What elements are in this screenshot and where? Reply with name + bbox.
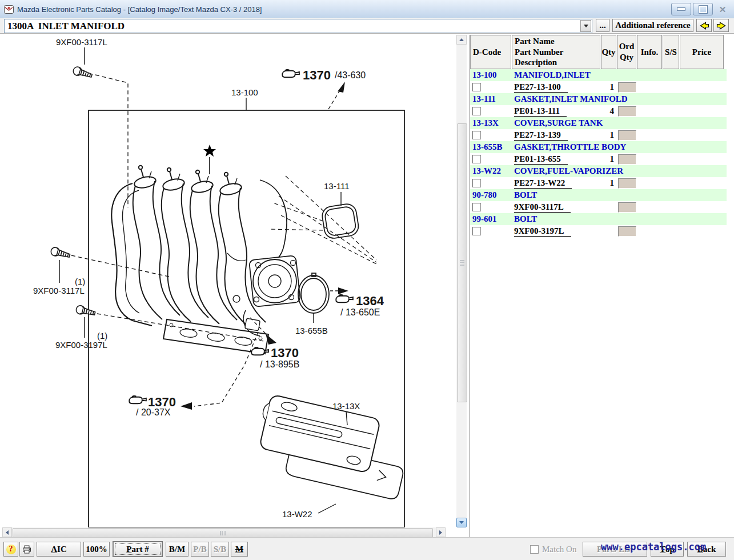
next-page-button[interactable]: [713, 19, 729, 32]
combobox-dropdown-button[interactable]: [580, 20, 591, 32]
part-row-label[interactable]: 90-780 BOLT: [470, 189, 727, 201]
close-button[interactable]: ✕: [715, 3, 731, 15]
ord-qty-input[interactable]: [618, 106, 636, 117]
part-row-detail: 9XF00-3117L: [470, 201, 727, 213]
ord-qty-input[interactable]: [618, 226, 636, 237]
bm-button[interactable]: B/M: [166, 542, 188, 557]
part-select-checkbox[interactable]: [472, 227, 481, 235]
ord-qty-input[interactable]: [618, 178, 636, 189]
window-title: Mazda Electronic Parts Catalog - [Catalo…: [17, 5, 262, 14]
scroll-left-button[interactable]: [2, 527, 12, 537]
horizontal-scroll-thumb[interactable]: [13, 528, 433, 538]
gasket-13-111-drawing: [321, 203, 360, 240]
part-select-checkbox[interactable]: [472, 83, 481, 91]
thumb-grip: [460, 261, 464, 266]
match-on-checkbox[interactable]: [530, 545, 539, 554]
part-row-detail: PE01-13-655 1: [470, 153, 727, 165]
part-name: GASKET,INLET MANIFOLD: [512, 94, 734, 104]
vertical-scroll-thumb[interactable]: [457, 123, 467, 402]
parts-table-header: D-Code Part Name Part Number Description…: [470, 35, 727, 69]
part-name: MANIFOLD,INLET: [512, 70, 734, 80]
part-number-link[interactable]: PE27-13-W22: [514, 178, 572, 189]
zoom-level-button[interactable]: 100%: [83, 542, 110, 557]
header-part-name: Part Name Part Number Description: [512, 35, 600, 69]
diagram-ref-1370c-code: / 20-37X: [136, 407, 171, 417]
minimize-button[interactable]: [671, 3, 691, 15]
help-icon: ?: [6, 545, 16, 554]
part-name: BOLT: [512, 214, 734, 224]
title-bar: Mazda Electronic Parts Catalog - [Catalo…: [0, 0, 734, 19]
diagram-vertical-scrollbar[interactable]: [456, 35, 467, 527]
part-number-link[interactable]: 9XF00-3197L: [514, 226, 571, 237]
part-row-label[interactable]: 13-655B GASKET,THROTTLE BODY: [470, 141, 727, 153]
part-select-checkbox[interactable]: [472, 203, 481, 211]
d-code: 13-655B: [470, 142, 512, 152]
star-marker: [203, 145, 216, 157]
part-name: COVER,FUEL-VAPORIZER: [512, 166, 734, 176]
previous-page-button[interactable]: [696, 19, 712, 32]
part-row-detail: PE27-13-W22 1: [470, 177, 727, 189]
header-price: Price: [680, 35, 724, 69]
sb-button: S/B: [211, 542, 229, 557]
restore-button[interactable]: [693, 3, 713, 15]
parts-diagram: 9XF00-3117L 13-100 1370 /43-630: [2, 35, 456, 527]
more-button[interactable]: ...: [596, 19, 609, 32]
ord-qty-input[interactable]: [618, 130, 636, 141]
chevron-down-icon: [584, 25, 588, 27]
part-row-label[interactable]: 13-100 MANIFOLD,INLET: [470, 69, 727, 81]
part-row-label[interactable]: 99-601 BOLT: [470, 213, 727, 225]
ord-qty-input[interactable]: [618, 202, 636, 213]
part-row-detail: PE01-13-111 4: [470, 105, 727, 117]
d-code: 90-780: [470, 190, 512, 200]
part-number-mode-button[interactable]: Part #: [113, 542, 162, 557]
m-button[interactable]: M: [231, 542, 248, 557]
ord-qty-input[interactable]: [618, 154, 636, 165]
triangle-down-icon: [459, 521, 464, 524]
part-row-label[interactable]: 13-W22 COVER,FUEL-VAPORIZER: [470, 165, 727, 177]
part-number-link[interactable]: 9XF00-3117L: [514, 202, 571, 213]
part-select-checkbox[interactable]: [472, 107, 481, 115]
section-combobox[interactable]: 1300A INLET MANIFOLD: [4, 19, 592, 33]
scroll-up-button[interactable]: [456, 35, 467, 45]
additional-reference-button[interactable]: Additional reference: [612, 19, 693, 32]
diagram-ref-1370a-code: /43-630: [335, 70, 366, 80]
diagram-label-9xf00-3117l-top: 9XF00-3117L: [56, 37, 107, 47]
part-row-label[interactable]: 13-13X COVER,SURGE TANK: [470, 117, 727, 129]
scroll-right-button[interactable]: [436, 527, 446, 537]
diagram-ref-1370a-num: 1370: [303, 68, 331, 82]
d-code: 13-100: [470, 70, 512, 80]
inlet-manifold-drawing: [111, 166, 300, 354]
part-select-checkbox[interactable]: [472, 131, 481, 139]
part-number-link[interactable]: PE01-13-655: [514, 154, 568, 165]
minimize-icon: [677, 7, 685, 11]
diagram-label-13-111: 13-111: [324, 181, 349, 191]
diagram-label-bolt1-qty: (1): [75, 277, 85, 286]
arrow-right-icon: [716, 21, 727, 30]
watermark: www.epcatalogs.com: [601, 541, 706, 553]
help-button[interactable]: ?: [3, 542, 18, 557]
part-number-link[interactable]: PE27-13-139: [514, 130, 568, 141]
ord-qty-input[interactable]: [618, 82, 636, 93]
header-info: Info.: [637, 35, 662, 69]
part-select-checkbox[interactable]: [472, 155, 481, 163]
parts-table-panel: D-Code Part Name Part Number Description…: [470, 35, 727, 538]
triangle-right-icon: [439, 530, 442, 535]
diagram-ref-1370b-num: 1370: [271, 346, 299, 360]
diagram-ref-1364-num: 1364: [356, 294, 384, 308]
part-number-link[interactable]: PE27-13-100: [514, 82, 568, 93]
diagram-panel[interactable]: 9XF00-3117L 13-100 1370 /43-630: [2, 35, 456, 527]
part-name: GASKET,THROTTLE BODY: [512, 142, 734, 152]
thumb-grip: [220, 531, 226, 535]
part-select-checkbox[interactable]: [472, 179, 481, 187]
header-ss: S/S: [663, 35, 679, 69]
oring-13-655b-drawing: [298, 273, 329, 313]
part-row-label[interactable]: 13-111 GASKET,INLET MANIFOLD: [470, 93, 727, 105]
section-combobox-value: 1300A INLET MANIFOLD: [5, 21, 125, 32]
diagram-ref-1364-code: / 13-650E: [340, 307, 380, 317]
aic-button[interactable]: AIC: [37, 542, 81, 557]
part-number-link[interactable]: PE01-13-111: [514, 106, 567, 117]
print-button[interactable]: [19, 542, 34, 557]
header-qty: Qty: [601, 35, 616, 69]
diagram-horizontal-scrollbar[interactable]: [2, 527, 446, 537]
scroll-down-button[interactable]: [456, 518, 467, 527]
